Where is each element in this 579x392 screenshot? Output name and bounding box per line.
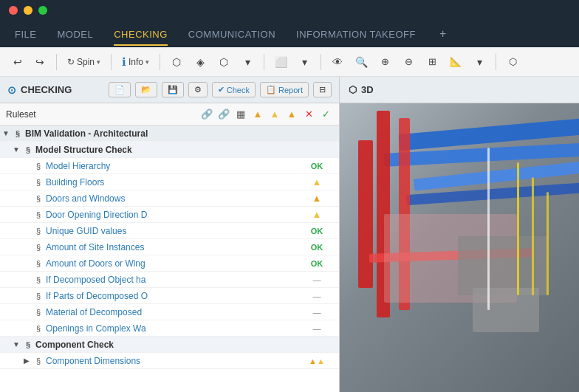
- tree-item-label: Amount of Doors or Wing: [46, 258, 295, 269]
- tree-section-icon: §: [32, 225, 44, 237]
- tree-row[interactable]: § Unique GUID values OK: [0, 223, 339, 239]
- tool-zoom-in[interactable]: 🔍: [351, 52, 371, 72]
- tree-expand-icon[interactable]: ▼: [0, 128, 12, 140]
- add-menu-button[interactable]: +: [439, 27, 446, 41]
- filter-warning-icon[interactable]: ▲: [250, 107, 265, 122]
- menu-information-takeoff[interactable]: INFORMATION TAKEOFF: [296, 26, 416, 43]
- status-dash: —: [295, 308, 339, 317]
- new-button[interactable]: 📄: [109, 82, 131, 97]
- 3d-view-content: [340, 103, 579, 392]
- tree-row[interactable]: ▼ § BIM Validation - Architectural: [0, 125, 339, 142]
- tree-item-label: Doors and Windows: [46, 193, 295, 204]
- tree-item-label: If Decomposed Object ha: [46, 275, 295, 285]
- tree-expand-icon: [21, 323, 32, 334]
- tree-row[interactable]: § Amount of Site Instances OK: [0, 239, 339, 255]
- tree-row[interactable]: § Door Opening Direction D ▲: [0, 207, 339, 223]
- 3d-view-icon: ⬡: [349, 84, 357, 95]
- redo-button[interactable]: ↪: [30, 52, 50, 72]
- menu-checking[interactable]: CHECKING: [114, 26, 168, 43]
- tool-box-arrow[interactable]: ▾: [294, 52, 315, 72]
- settings-icon: ⚙: [194, 85, 202, 94]
- tree-row[interactable]: § Openings in Complex Wa —: [0, 320, 339, 337]
- maximize-button[interactable]: [38, 6, 47, 15]
- tree-item-label: Amount of Site Instances: [46, 242, 295, 252]
- tree-expand-icon: [21, 290, 32, 302]
- tree-row[interactable]: ▼ § Model Structure Check: [0, 142, 339, 158]
- status-ok: OK: [295, 162, 339, 171]
- info-button[interactable]: ℹ Info ▾: [117, 52, 154, 72]
- beam-red-3: [358, 140, 373, 288]
- menu-file[interactable]: FILE: [15, 26, 36, 43]
- main-content: ⊙ CHECKING 📄 📂 💾 ⚙ ✔ Check: [0, 77, 579, 392]
- menu-model[interactable]: MODEL: [57, 26, 93, 43]
- panel-header: ⊙ CHECKING 📄 📂 💾 ⚙ ✔ Check: [0, 77, 339, 103]
- beam-yellow-1: [517, 162, 519, 295]
- tree-section-icon: §: [32, 193, 44, 204]
- tool-box-1[interactable]: ⬜: [270, 52, 291, 72]
- close-button[interactable]: [9, 6, 18, 15]
- tree-area[interactable]: ▼ § BIM Validation - Architectural ▼ § M…: [0, 125, 339, 392]
- check-action-icon: ✔: [218, 85, 225, 94]
- spin-button[interactable]: ↻ Spin ▾: [63, 54, 105, 70]
- wall-gray-2: [473, 288, 539, 332]
- minimize-button[interactable]: [24, 6, 32, 15]
- tree-section-icon: §: [32, 274, 44, 286]
- report-action-button[interactable]: 📋 Report: [260, 82, 309, 97]
- tree-row[interactable]: ▶ § Component Dimensions ▲▲: [0, 353, 339, 369]
- tree-row[interactable]: ▼ § Component Check: [0, 337, 339, 353]
- tool-3d-2[interactable]: ◈: [190, 52, 210, 72]
- tool-zoom-fit[interactable]: ⊞: [422, 52, 442, 72]
- link-icon-2[interactable]: 🔗: [216, 107, 231, 122]
- undo-button[interactable]: ↩: [7, 52, 28, 72]
- tree-expand-icon[interactable]: ▼: [10, 144, 22, 156]
- tree-row[interactable]: § Amount of Doors or Wing OK: [0, 255, 339, 272]
- tree-section-icon: §: [32, 323, 44, 334]
- settings-button[interactable]: ⚙: [188, 82, 208, 97]
- tool-measure-arrow[interactable]: ▾: [469, 52, 490, 72]
- status-ok: OK: [295, 243, 339, 252]
- beam-yellow-3: [547, 192, 549, 295]
- checking-panel-label: CHECKING: [21, 84, 72, 95]
- grid-icon[interactable]: ▦: [233, 107, 248, 122]
- collapse-button[interactable]: ⊟: [313, 82, 332, 97]
- tree-item-label: Model Structure Check: [35, 145, 295, 155]
- tree-row[interactable]: § Building Floors ▲: [0, 174, 339, 190]
- tool-3d-arrow[interactable]: ▾: [237, 52, 258, 72]
- tree-expand-icon[interactable]: ▶: [21, 355, 32, 367]
- tree-expand-icon: [21, 193, 32, 204]
- check-action-button[interactable]: ✔ Check: [212, 82, 256, 97]
- tool-measure[interactable]: 📐: [445, 52, 466, 72]
- tree-row[interactable]: § Doors and Windows ▲: [0, 190, 339, 207]
- filter-alert-icon[interactable]: ▲: [284, 107, 299, 122]
- tree-row[interactable]: § Model Hierarchy OK: [0, 158, 339, 174]
- filter-error-icon[interactable]: ✕: [301, 107, 316, 122]
- tree-item-label: If Parts of Decomposed O: [46, 291, 295, 301]
- panel-title: ⊙ CHECKING: [7, 84, 72, 96]
- filter-caution-icon[interactable]: ▲: [267, 107, 282, 122]
- tree-expand-icon[interactable]: ▼: [10, 339, 22, 351]
- tree-section-icon: §: [12, 128, 24, 140]
- tree-expand-icon: [21, 241, 32, 253]
- tool-zoom-plus[interactable]: ⊕: [374, 52, 395, 72]
- tree-row[interactable]: § Material of Decomposed —: [0, 304, 339, 320]
- tool-zoom-minus[interactable]: ⊖: [398, 52, 419, 72]
- info-label: Info: [129, 57, 143, 67]
- save-button[interactable]: 💾: [162, 82, 184, 97]
- tool-eye[interactable]: 👁: [327, 52, 348, 72]
- tree-row[interactable]: § If Parts of Decomposed O —: [0, 288, 339, 304]
- tree-row[interactable]: § If Decomposed Object ha —: [0, 272, 339, 288]
- tool-3d-1[interactable]: ⬡: [166, 52, 187, 72]
- tree-section-icon: §: [32, 258, 44, 269]
- status-ok: OK: [295, 227, 339, 235]
- menu-communication[interactable]: COMMUNICATION: [188, 26, 275, 43]
- open-button[interactable]: 📂: [135, 82, 157, 97]
- link-icon-1[interactable]: 🔗: [199, 107, 214, 122]
- tree-section-icon: §: [22, 339, 34, 351]
- tree-item-label: Component Check: [35, 340, 295, 350]
- tool-misc[interactable]: ⬡: [502, 52, 523, 72]
- tool-3d-3[interactable]: ⬡: [213, 52, 234, 72]
- filter-ok-icon[interactable]: ✓: [318, 107, 333, 122]
- status-dash: —: [295, 275, 339, 284]
- tree-item-label: Model Hierarchy: [46, 161, 295, 171]
- tree-expand-icon: [21, 160, 32, 172]
